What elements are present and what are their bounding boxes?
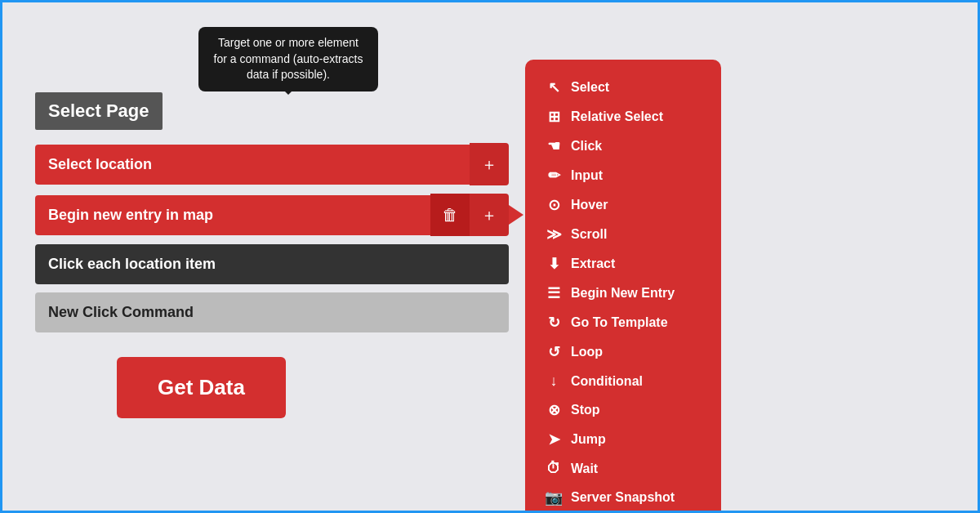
menu-label-loop: Loop (571, 345, 603, 359)
cmd-label-begin-new-entry[interactable]: Begin new entry in map (35, 195, 430, 235)
menu-label-conditional: Conditional (571, 374, 643, 389)
menu-item-select[interactable]: ↖ Select (541, 73, 705, 102)
go-to-template-icon: ↻ (545, 314, 563, 332)
wait-icon: ⏱ (545, 460, 563, 477)
menu-label-server-snapshot: Server Snapshot (571, 490, 675, 505)
main-container: Target one or more element for a command… (2, 2, 978, 513)
select-icon: ↖ (545, 78, 563, 96)
menu-label-hover: Hover (571, 198, 608, 212)
command-row-begin-new-entry: Begin new entry in map 🗑 ＋ (35, 194, 509, 236)
menu-item-conditional[interactable]: ↓ Conditional (541, 367, 705, 395)
get-data-button[interactable]: Get Data (117, 357, 286, 418)
click-icon: ☚ (545, 137, 563, 155)
jump-icon: ➤ (545, 430, 563, 448)
begin-new-entry-prefix: Begin new entry in (48, 207, 183, 223)
page-title: Select Page (35, 92, 163, 130)
menu-item-scroll[interactable]: ≫ Scroll (541, 220, 705, 249)
menu-item-click[interactable]: ☚ Click (541, 132, 705, 161)
menu-item-begin-new-entry[interactable]: ☰ Begin New Entry (541, 279, 705, 308)
menu-label-relative-select: Relative Select (571, 109, 663, 124)
input-icon: ✏ (545, 167, 563, 185)
menu-item-jump[interactable]: ➤ Jump (541, 425, 705, 454)
stop-icon: ⊗ (545, 401, 563, 419)
begin-new-entry-icon: ☰ (545, 284, 563, 302)
begin-new-entry-bold: map (183, 207, 213, 223)
menu-item-wait[interactable]: ⏱ Wait (541, 454, 705, 483)
add-button-begin-new-entry[interactable]: ＋ (470, 194, 509, 236)
menu-label-extract: Extract (571, 256, 615, 271)
server-snapshot-icon: 📷 (545, 488, 563, 506)
menu-label-click: Click (571, 139, 602, 154)
tooltip-text: Target one or more element for a command… (214, 36, 363, 81)
left-panel: Target one or more element for a command… (35, 27, 509, 513)
menu-item-server-snapshot[interactable]: 📷 Server Snapshot (541, 483, 705, 512)
extract-icon: ⬇ (545, 255, 563, 273)
menu-item-input[interactable]: ✏ Input (541, 161, 705, 190)
loop-icon: ↺ (545, 343, 563, 361)
command-menu: ↖ Select ⊞ Relative Select ☚ Click ✏ Inp… (525, 60, 721, 513)
menu-label-go-to-template: Go To Template (571, 315, 668, 330)
delete-button-begin-new-entry[interactable]: 🗑 (430, 194, 470, 236)
command-row-new-click: New Click Command (35, 292, 509, 332)
cmd-label-click-each[interactable]: Click each location item (35, 244, 509, 284)
arrow-right-begin-new-entry (509, 205, 523, 225)
menu-item-go-to-template[interactable]: ↻ Go To Template (541, 308, 705, 337)
conditional-icon: ↓ (545, 372, 563, 390)
menu-label-input: Input (571, 168, 603, 183)
cmd-label-new-click[interactable]: New Click Command (35, 292, 509, 332)
menu-label-wait: Wait (571, 462, 598, 476)
command-row-select-location: Select location ＋ (35, 143, 509, 185)
menu-label-begin-new-entry: Begin New Entry (571, 286, 675, 301)
menu-item-extract[interactable]: ⬇ Extract (541, 249, 705, 279)
tooltip-bubble: Target one or more element for a command… (198, 27, 378, 91)
menu-label-scroll: Scroll (571, 227, 607, 242)
relative-select-icon: ⊞ (545, 108, 563, 126)
cmd-label-select-location[interactable]: Select location (35, 145, 470, 185)
menu-label-select: Select (571, 80, 609, 95)
menu-item-hover[interactable]: ⊙ Hover (541, 190, 705, 220)
hover-icon: ⊙ (545, 196, 563, 214)
command-row-click-each: Click each location item (35, 244, 509, 284)
menu-label-stop: Stop (571, 403, 600, 417)
scroll-icon: ≫ (545, 225, 563, 243)
menu-item-stop[interactable]: ⊗ Stop (541, 395, 705, 425)
menu-item-loop[interactable]: ↺ Loop (541, 337, 705, 367)
menu-item-relative-select[interactable]: ⊞ Relative Select (541, 102, 705, 132)
add-button-select-location[interactable]: ＋ (470, 143, 509, 185)
menu-label-jump: Jump (571, 432, 606, 447)
